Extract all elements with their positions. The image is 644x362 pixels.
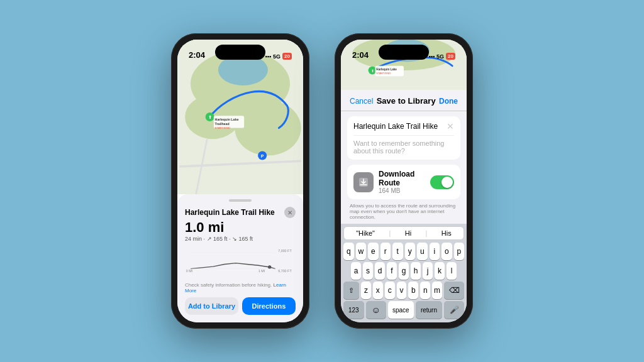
download-size: 164 MB [379,187,425,194]
key-q[interactable]: q [343,243,354,260]
key-l[interactable]: l [447,262,457,280]
network-icon-right: 5G [436,53,444,60]
key-e[interactable]: e [368,243,379,260]
route-name-text: Harlequin Lake Trail Hike [353,122,438,131]
svg-text:P: P [261,154,264,158]
space-key[interactable]: space [388,301,414,319]
svg-text:Trailhead: Trailhead [215,122,230,126]
done-button[interactable]: Done [439,97,458,106]
keyboard-bottom-row: 123 ☺ space return 🎤 [343,301,464,319]
suggestion-his[interactable]: His [441,229,452,237]
key-k[interactable]: k [435,262,445,280]
suggestion-hi[interactable]: Hi [405,229,411,237]
key-o[interactable]: o [441,243,452,260]
svg-text:START/END: START/END [215,126,230,129]
svg-text:⬆: ⬆ [371,69,374,73]
route-bottom-sheet: Harlequin Lake Trail Hike ✕ 1.0 mi 24 mi… [177,194,303,322]
save-to-library-sheet: Cancel Save to Library Done Harlequin La… [341,90,467,224]
keyboard-row-1: q w e r t y u i o p [343,243,464,260]
backspace-key[interactable]: ⌫ [444,282,464,299]
suggestion-hike[interactable]: "Hike" [356,229,375,237]
key-w[interactable]: w [356,243,367,260]
distance-value: 1.0 mi [185,221,296,234]
keyboard-row-2: a s d f g h j k l [343,262,464,280]
time-left: 2:04 [189,50,205,60]
svg-text:1 MI: 1 MI [258,269,265,273]
add-to-library-button[interactable]: Add to Library [185,297,238,315]
emoji-key[interactable]: ☺ [366,301,386,319]
shift-key[interactable]: ⇧ [343,282,359,299]
key-v[interactable]: v [397,282,407,299]
svg-text:0 MI: 0 MI [186,269,192,273]
key-y[interactable]: y [405,243,416,260]
battery-right: 20 [446,53,455,60]
download-text: Download Route 164 MB [379,170,425,194]
svg-text:Harlequin Lake: Harlequin Lake [215,118,239,121]
download-icon [353,172,374,192]
toggle-knob [441,177,453,188]
key-n[interactable]: n [420,282,430,299]
key-z[interactable]: z [361,282,371,299]
close-button[interactable]: ✕ [284,207,296,218]
key-a[interactable]: a [351,262,361,280]
key-x[interactable]: x [373,282,383,299]
svg-point-19 [268,265,271,268]
key-c[interactable]: c [385,282,395,299]
key-p[interactable]: p [454,243,465,260]
key-j[interactable]: j [423,262,433,280]
svg-text:START/END: START/END [376,72,391,75]
time-right: 2:04 [352,50,369,60]
key-i[interactable]: i [430,243,440,260]
download-route-row: Download Route 164 MB [347,165,460,199]
key-s[interactable]: s [363,262,373,280]
save-name-section: Harlequin Lake Trail Hike ✕ Want to reme… [347,116,460,160]
key-f[interactable]: f [387,262,397,280]
key-g[interactable]: g [399,262,409,280]
right-phone: 2:04 ▪▪▪ 5G 20 ⬆ Harlequin Lake START/EN… [335,33,473,329]
key-b[interactable]: b [408,282,418,299]
cancel-button[interactable]: Cancel [350,97,373,106]
signal-icon-right: ▪▪▪ [429,53,435,60]
svg-text:7,000 FT: 7,000 FT [278,249,292,253]
numbers-key[interactable]: 123 [343,301,364,319]
clear-icon[interactable]: ✕ [447,121,454,131]
svg-text:⬆: ⬆ [208,115,212,119]
sheet-header: Harlequin Lake Trail Hike ✕ [185,207,296,218]
map-left: ⬆ P Harlequin Lake Trailhead START/END [177,40,303,194]
keyboard: "Hike" | Hi | His q w e r t y u i o p [341,224,467,322]
route-meta: 24 min · ↗ 165 ft · ↘ 165 ft [185,236,296,242]
safety-note: Check safety information before hiking. … [185,282,296,293]
download-title: Download Route [379,170,425,187]
action-buttons: Add to Library Directions [185,297,296,315]
battery-left: 20 [282,53,292,60]
download-note: Allows you to access the route and surro… [347,203,460,220]
key-u[interactable]: u [417,243,428,260]
return-key[interactable]: return [416,301,442,319]
keyboard-suggestions: "Hike" | Hi | His [343,226,464,240]
key-r[interactable]: r [380,243,391,260]
status-icons-right: ▪▪▪ 5G 20 [429,53,456,60]
svg-text:6,700 FT: 6,700 FT [278,269,292,273]
left-phone: 2:04 ▪▪▪ 5G 20 [171,33,309,329]
dynamic-island-right [379,45,429,60]
key-m[interactable]: m [432,282,442,299]
notes-placeholder[interactable]: Want to remember something about this ro… [353,140,454,155]
key-h[interactable]: h [411,262,421,280]
status-icons-left: ▪▪▪ 5G 20 [265,53,292,60]
save-header: Cancel Save to Library Done [341,90,467,111]
signal-icon: ▪▪▪ [265,53,272,60]
key-t[interactable]: t [392,243,403,260]
sheet-title: Harlequin Lake Trail Hike [185,208,275,217]
mic-key[interactable]: 🎤 [444,301,464,319]
save-title: Save to Library [377,96,436,106]
download-toggle[interactable] [430,175,454,189]
directions-button[interactable]: Directions [242,297,296,315]
dynamic-island [215,45,265,60]
elevation-chart: 7,000 FT 6,700 FT 0 MI 1 MI [185,246,296,277]
route-name-row: Harlequin Lake Trail Hike ✕ [353,121,454,136]
keyboard-row-3: ⇧ z x c v b n m ⌫ [343,282,464,299]
svg-point-3 [235,101,301,156]
sheet-handle [229,199,252,202]
svg-text:Harlequin Lake: Harlequin Lake [376,68,397,71]
key-d[interactable]: d [375,262,385,280]
